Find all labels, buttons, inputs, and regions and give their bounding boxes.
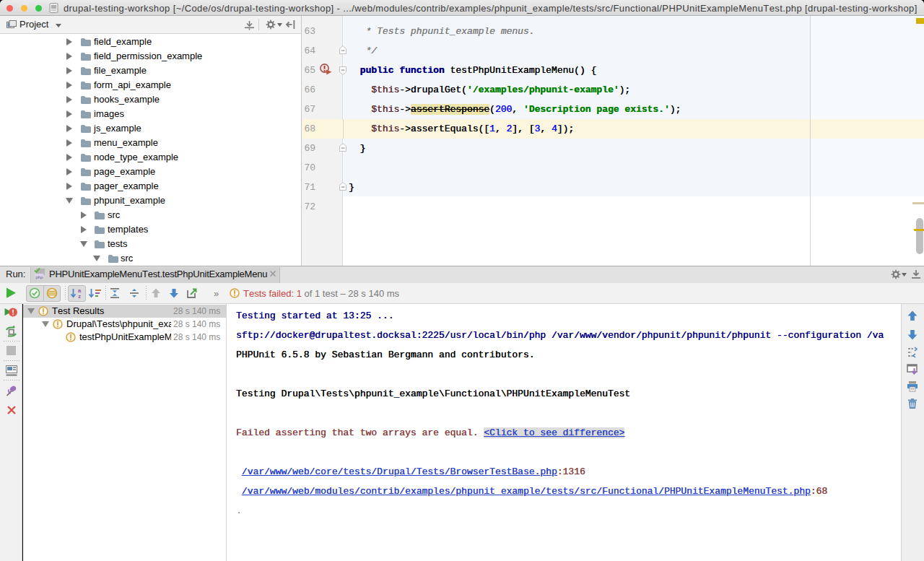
svg-text:z: z: [78, 293, 81, 300]
svg-text:php: php: [35, 275, 43, 279]
